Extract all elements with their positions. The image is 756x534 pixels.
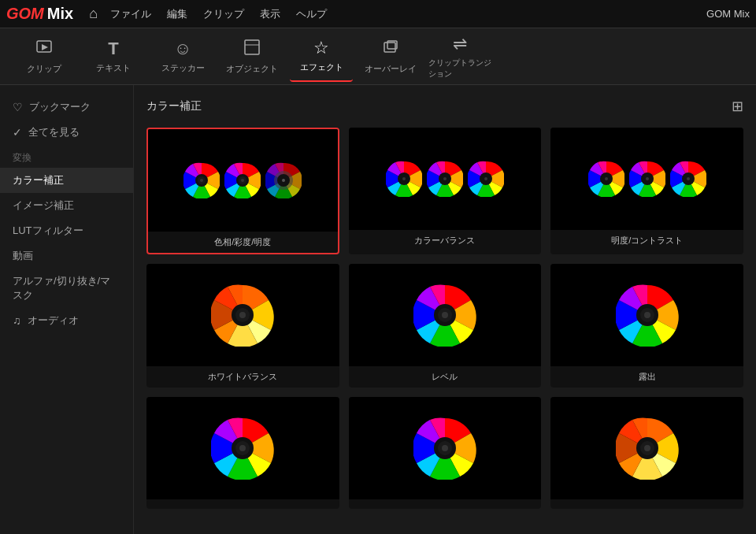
sidebar-item-alpha-mask[interactable]: アルファ/切り抜き/マスク xyxy=(0,269,133,308)
logo-gom: GOM xyxy=(6,5,44,23)
image-correction-label: イメージ補正 xyxy=(13,198,74,213)
tool-text[interactable]: T テキスト xyxy=(82,32,145,82)
effect-label-brightness: 明度/コントラスト xyxy=(550,230,743,251)
effect-icon: ☆ xyxy=(313,38,329,58)
overlay-label: オーバーレイ xyxy=(365,63,417,75)
svg-point-35 xyxy=(687,177,690,180)
transition-icon: ⇌ xyxy=(453,34,467,54)
effect-item-8[interactable] xyxy=(349,397,542,509)
toolbar: クリップ T テキスト ☺ ステッカー オブジェクト ☆ エフェクト オーバーレ… xyxy=(0,28,756,85)
svg-point-47 xyxy=(644,312,650,318)
effect-label: エフェクト xyxy=(300,61,343,73)
effect-white-balance[interactable]: ホワイトバランス xyxy=(146,264,339,388)
menu-items: ファイル 編集 クリップ 表示 ヘルプ xyxy=(110,7,327,21)
effect-brightness[interactable]: 明度/コントラスト xyxy=(550,128,743,254)
effect-item-7[interactable] xyxy=(146,397,339,509)
effects-grid: 色相/彩度/明度 xyxy=(146,128,743,509)
effect-label-balance: カラーバランス xyxy=(349,230,542,251)
effect-exposure[interactable]: 露出 xyxy=(550,264,743,388)
sidebar-item-image-correction[interactable]: イメージ補正 xyxy=(0,193,133,218)
effect-thumbnail-8 xyxy=(349,397,542,499)
sidebar-section-henkan: 変換 xyxy=(0,145,133,168)
effect-thumbnail-balance xyxy=(349,128,542,230)
app-title-right: GOM Mix xyxy=(706,8,750,20)
sidebar-item-audio[interactable]: ♫ オーディオ xyxy=(0,308,133,333)
sidebar-item-lut-filter[interactable]: LUTフィルター xyxy=(0,218,133,243)
audio-label: オーディオ xyxy=(28,313,79,328)
svg-point-43 xyxy=(442,312,448,318)
svg-point-39 xyxy=(239,312,246,318)
logo-mix: Mix xyxy=(47,5,73,23)
lut-filter-label: LUTフィルター xyxy=(13,224,83,238)
svg-point-20 xyxy=(402,177,406,180)
effect-label-8 xyxy=(349,499,542,509)
content-header: カラー補正 ⊞ xyxy=(146,98,743,115)
svg-rect-2 xyxy=(245,40,259,54)
text-label: テキスト xyxy=(96,62,131,74)
video-label: 動画 xyxy=(13,249,33,263)
effect-thumbnail-brightness xyxy=(550,128,743,230)
svg-point-13 xyxy=(241,179,244,182)
tool-object[interactable]: オブジェクト xyxy=(220,32,284,82)
menu-edit[interactable]: 編集 xyxy=(167,7,187,21)
svg-marker-1 xyxy=(42,44,48,50)
svg-point-32 xyxy=(646,177,649,180)
object-label: オブジェクト xyxy=(226,63,278,75)
effect-label-hue: 色相/彩度/明度 xyxy=(148,232,338,253)
effect-thumbnail-9 xyxy=(550,397,743,499)
svg-point-55 xyxy=(442,445,448,451)
menu-bar: GOM Mix ⌂ ファイル 編集 クリップ 表示 ヘルプ GOM Mix xyxy=(0,0,756,28)
effect-level[interactable]: レベル xyxy=(349,264,542,388)
tool-effect[interactable]: ☆ エフェクト xyxy=(290,32,353,82)
bookmark-icon: ♡ xyxy=(13,101,23,113)
menu-clip[interactable]: クリップ xyxy=(203,7,244,21)
effect-label-9 xyxy=(550,499,743,509)
sidebar: ♡ ブックマーク ✓ 全てを見る 変換 カラー補正 イメージ補正 LUTフィルタ… xyxy=(0,85,134,534)
tool-overlay[interactable]: オーバーレイ xyxy=(359,32,422,82)
overlay-icon xyxy=(382,39,399,60)
effect-thumbnail-7 xyxy=(146,397,339,499)
transition-label: クリップトランジション xyxy=(428,57,491,80)
sidebar-item-video[interactable]: 動画 xyxy=(0,243,133,269)
tool-sticker[interactable]: ☺ ステッカー xyxy=(151,32,214,82)
all-label: 全てを見る xyxy=(28,125,80,139)
clip-label: クリップ xyxy=(27,63,61,75)
effect-label-level: レベル xyxy=(349,366,542,388)
effect-hue-saturation[interactable]: 色相/彩度/明度 xyxy=(146,128,339,254)
alpha-mask-label: アルファ/切り抜き/マスク xyxy=(13,274,120,302)
sticker-icon: ☺ xyxy=(174,39,191,59)
svg-point-51 xyxy=(239,445,246,451)
grid-view-icon[interactable]: ⊞ xyxy=(732,98,743,115)
svg-point-29 xyxy=(605,177,608,180)
menu-help[interactable]: ヘルプ xyxy=(296,7,327,21)
effect-label-wb: ホワイトバランス xyxy=(146,366,339,388)
svg-point-17 xyxy=(282,179,285,182)
home-icon[interactable]: ⌂ xyxy=(89,6,98,22)
clip-icon xyxy=(35,39,53,60)
menu-file[interactable]: ファイル xyxy=(110,7,151,21)
svg-point-9 xyxy=(200,179,203,182)
content-title: カラー補正 xyxy=(146,99,202,113)
sidebar-item-bookmark[interactable]: ♡ ブックマーク xyxy=(0,95,133,120)
sticker-label: ステッカー xyxy=(161,62,205,74)
sidebar-item-all[interactable]: ✓ 全てを見る xyxy=(0,120,133,145)
effect-item-9[interactable] xyxy=(550,397,743,509)
effect-thumbnail-exposure xyxy=(550,264,743,366)
effect-thumbnail-level xyxy=(349,264,542,366)
menu-view[interactable]: 表示 xyxy=(260,7,280,21)
svg-point-26 xyxy=(484,177,487,180)
sidebar-item-color-correction[interactable]: カラー補正 xyxy=(0,168,133,193)
color-correction-label: カラー補正 xyxy=(13,173,64,187)
effect-label-exposure: 露出 xyxy=(550,366,743,388)
main-area: ♡ ブックマーク ✓ 全てを見る 変換 カラー補正 イメージ補正 LUTフィルタ… xyxy=(0,85,756,534)
text-icon: T xyxy=(108,39,118,59)
effect-color-balance[interactable]: カラーバランス xyxy=(349,128,542,254)
effect-label-7 xyxy=(146,499,339,509)
object-icon xyxy=(243,39,261,60)
effect-thumbnail-wb xyxy=(146,264,339,366)
svg-point-23 xyxy=(443,177,447,180)
svg-rect-4 xyxy=(384,43,395,52)
effect-thumbnail-hue xyxy=(148,129,338,232)
tool-clip[interactable]: クリップ xyxy=(13,32,76,82)
tool-transition[interactable]: ⇌ クリップトランジション xyxy=(428,32,491,82)
